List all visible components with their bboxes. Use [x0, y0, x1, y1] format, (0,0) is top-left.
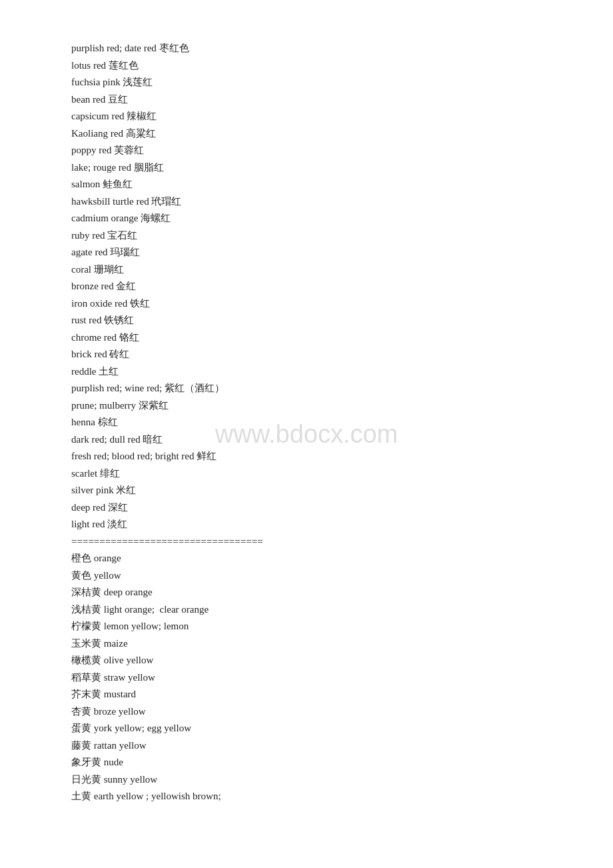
text-line: 深桔黄 deep orange — [71, 584, 542, 601]
text-line: capsicum red 辣椒红 — [71, 108, 542, 125]
text-line: cadmium orange 海螺红 — [71, 210, 542, 227]
text-line: 橙色 orange — [71, 550, 542, 567]
text-line: bronze red 金红 — [71, 278, 542, 295]
text-line: 黄色 yellow — [71, 567, 542, 585]
text-line: reddle 土红 — [71, 363, 542, 381]
text-line: bean red 豆红 — [71, 91, 542, 109]
text-line: purplish red; date red 枣红色 — [71, 40, 542, 57]
text-line: 芥末黄 mustard — [71, 686, 542, 703]
text-line: Kaoliang red 高粱红 — [71, 125, 542, 143]
text-line: silver pink 米红 — [71, 482, 542, 499]
text-line: iron oxide red 铁红 — [71, 295, 542, 313]
text-line: hawksbill turtle red 玳瑁红 — [71, 193, 542, 211]
text-line: light red 淡红 — [71, 516, 542, 533]
text-line: prune; mulberry 深紫红 — [71, 397, 542, 415]
text-line: 杏黄 broze yellow — [71, 703, 542, 721]
text-line: fuchsia pink 浅莲红 — [71, 74, 542, 91]
text-line: poppy red 芙蓉红 — [71, 142, 542, 159]
text-line: coral 珊瑚红 — [71, 261, 542, 279]
text-line: 柠檬黄 lemon yellow; lemon — [71, 618, 542, 635]
text-line: purplish red; wine red; 紫红（酒红） — [71, 380, 542, 397]
text-line: lotus red 莲红色 — [71, 57, 542, 75]
main-content: purplish red; date red 枣红色lotus red 莲红色f… — [71, 40, 542, 805]
text-line: 玉米黄 maize — [71, 635, 542, 653]
text-line: scarlet 绯红 — [71, 465, 542, 483]
text-line: chrome red 铬红 — [71, 329, 542, 347]
text-line: 象牙黄 nude — [71, 754, 542, 771]
text-line: lake; rouge red 胭脂红 — [71, 159, 542, 177]
text-line: 土黄 earth yellow ; yellowish brown; — [71, 788, 542, 805]
text-line: ruby red 宝石红 — [71, 227, 542, 245]
text-line: deep red 深红 — [71, 499, 542, 517]
text-line: 日光黄 sunny yellow — [71, 771, 542, 789]
text-line: brick red 砖红 — [71, 346, 542, 363]
text-line: 橄榄黄 olive yellow — [71, 652, 542, 669]
text-line: fresh red; blood red; bright red 鲜红 — [71, 448, 542, 465]
text-line: 藤黄 rattan yellow — [71, 737, 542, 755]
text-line: dark red; dull red 暗红 — [71, 431, 542, 449]
text-line: salmon 鲑鱼红 — [71, 176, 542, 193]
text-line: 稻草黄 straw yellow — [71, 669, 542, 687]
text-line: ================================== — [71, 533, 542, 551]
text-line: agate red 玛瑙红 — [71, 244, 542, 261]
text-line: henna 棕红 — [71, 414, 542, 431]
text-line: 蛋黄 york yellow; egg yellow — [71, 720, 542, 737]
text-line: rust red 铁锈红 — [71, 312, 542, 329]
text-line: 浅桔黄 light orange; clear orange — [71, 601, 542, 619]
